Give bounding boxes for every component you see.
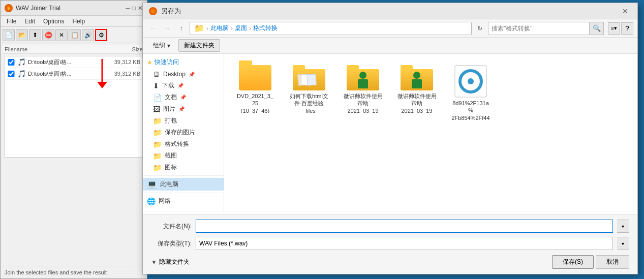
- menu-edit[interactable]: Edit: [20, 17, 39, 26]
- file-checkbox-2[interactable]: [7, 71, 15, 77]
- app-circle-icon: [458, 69, 483, 94]
- new-folder-button[interactable]: 新建文件夹: [178, 39, 220, 52]
- sidebar-item-this-pc[interactable]: 💻 此电脑: [143, 178, 224, 191]
- table-row[interactable]: 🎵 D:\tools\桌面\格... 39,312 KB: [5, 56, 142, 68]
- hide-folders-label: 隐藏文件夹: [159, 258, 190, 266]
- wav-toolbar: 📄 📂 ⬆ ⛔ ✕ 📋 🔊 ⚙: [1, 27, 147, 43]
- wav-title-bar: ♪ WAV Joiner Trial ─ □ ✕: [1, 1, 147, 16]
- toolbar-copy-btn[interactable]: 📋: [69, 29, 81, 41]
- refresh-button[interactable]: ↻: [474, 22, 486, 35]
- status-text: Join the selected files and save the res…: [5, 269, 107, 275]
- toolbar-delete-btn[interactable]: ✕: [55, 29, 68, 41]
- filetype-row: 保存类型(T): WAV Files (*.wav) ▾: [151, 237, 629, 250]
- file-grid: DVD_2021_3_25(10_37_46) 如何下载html文件-百度经验_…: [224, 54, 637, 214]
- file-html-label: 如何下载html文件-百度经验_files: [289, 92, 329, 113]
- dialog-actions: ▼ 隐藏文件夹 保存(S) 取消: [151, 255, 629, 269]
- network-icon: 🌐: [147, 197, 156, 205]
- toolbar-open-btn[interactable]: 📂: [16, 29, 28, 41]
- breadcrumb[interactable]: 📁 › 此电脑 › 桌面 › 格式转换: [190, 22, 472, 35]
- list-item[interactable]: 微讲师软件使用帮助_2021_03_19_11_11_36: [340, 62, 386, 123]
- package-folder-icon: 📁: [153, 117, 162, 125]
- view-mode-button[interactable]: ≡▾: [608, 22, 620, 35]
- sidebar-item-pictures[interactable]: 🖼 图片 📌: [143, 103, 224, 115]
- sidebar-item-icons[interactable]: 📁 图标: [143, 162, 224, 173]
- menu-options[interactable]: Options: [39, 17, 68, 26]
- hide-folders-row: ▼ 隐藏文件夹: [151, 258, 550, 266]
- saved-pictures-icon: 📁: [153, 129, 162, 137]
- save-button[interactable]: 保存(S): [552, 255, 594, 269]
- sidebar-item-downloads[interactable]: ⬇ 下载 📌: [143, 80, 224, 91]
- back-button[interactable]: ←: [147, 22, 159, 35]
- sidebar-item-screenshot[interactable]: 📁 截图: [143, 150, 224, 162]
- desktop-label: Desktop: [163, 71, 186, 78]
- breadcrumb-current[interactable]: 格式转换: [253, 24, 278, 33]
- list-item[interactable]: 微讲师软件使用帮助_2021_03_19_11_12_28: [394, 62, 440, 123]
- dialog-app-icon: [149, 7, 157, 15]
- menu-help[interactable]: Help: [68, 17, 89, 26]
- file-lecture1-label: 微讲师软件使用帮助_2021_03_19_11_11_36: [343, 92, 383, 113]
- sidebar-item-network[interactable]: 🌐 网络: [143, 195, 224, 207]
- status-bar: Join the selected files and save the res…: [1, 266, 147, 278]
- sidebar-item-documents[interactable]: 📄 文档 📌: [143, 91, 224, 103]
- search-input[interactable]: [488, 22, 590, 35]
- up-button[interactable]: ↑: [175, 22, 188, 35]
- list-item[interactable]: 8d91%2F131a%2Fb854%2Ff44ccff447573fb1a1a…: [448, 62, 494, 123]
- sidebar-item-package[interactable]: 📁 打包: [143, 115, 224, 127]
- sidebar-item-desktop[interactable]: 🖥 Desktop 📌: [143, 69, 224, 80]
- dialog-main: ★ 快速访问 🖥 Desktop 📌 ⬇ 下载 📌 📄 文档 📌 🖼 图片: [143, 54, 637, 214]
- file-size-1: 39,312 KB: [100, 59, 140, 65]
- sidebar-item-format-convert[interactable]: 📁 格式转换: [143, 138, 224, 150]
- col-filename: Filename: [5, 46, 102, 52]
- toolbar-join-btn[interactable]: ⚙: [95, 29, 107, 41]
- network-label: 网络: [159, 197, 171, 205]
- list-item[interactable]: 如何下载html文件-百度经验_files: [286, 62, 332, 123]
- format-folder-icon: 📁: [153, 140, 162, 148]
- downloads-label: 下载: [162, 81, 174, 90]
- folder-icon: 📁: [194, 23, 204, 33]
- filetype-select[interactable]: WAV Files (*.wav): [196, 237, 613, 250]
- view-controls: ≡▾ ?: [608, 22, 633, 35]
- filetype-dropdown-btn[interactable]: ▾: [617, 237, 629, 250]
- file-list-container: Filename Size 🎵 D:\tools\桌面\格... 39,312 …: [1, 43, 147, 162]
- filetype-label: 保存类型(T):: [151, 239, 192, 248]
- dialog-help-button[interactable]: ?: [621, 22, 633, 35]
- filename-input[interactable]: [196, 220, 613, 233]
- list-item[interactable]: DVD_2021_3_25(10_37_46): [232, 62, 278, 123]
- filename-row: 文件名(N): ▾: [151, 220, 629, 233]
- search-button[interactable]: 🔍: [590, 22, 604, 35]
- toolbar-new-btn[interactable]: 📄: [3, 29, 15, 41]
- toolbar-up-btn[interactable]: ⬆: [29, 29, 41, 41]
- col-size: Size: [102, 46, 143, 52]
- organize-button[interactable]: 组织 ▾: [149, 40, 174, 51]
- this-pc-label: 此电脑: [160, 180, 178, 189]
- wav-minimize-btn[interactable]: ─: [126, 5, 130, 12]
- dialog-title-bar: 另存为 ✕: [143, 3, 637, 19]
- file-app-label: 8d91%2F131a%2Fb854%2Ff44ccff447573fb1a1a…: [451, 100, 490, 120]
- wav-maximize-btn[interactable]: □: [132, 5, 136, 12]
- forward-button[interactable]: →: [161, 22, 173, 35]
- dialog-close-button[interactable]: ✕: [619, 5, 631, 17]
- toolbar-sound-btn[interactable]: 🔊: [82, 29, 94, 41]
- cancel-button[interactable]: 取消: [596, 255, 629, 269]
- file-checkbox-1[interactable]: [7, 59, 15, 66]
- wav-menu-bar: File Edit Options Help: [1, 16, 147, 27]
- file-list-header: Filename Size: [3, 45, 145, 54]
- desktop-icon: 🖥: [153, 70, 160, 78]
- file-grid-items: DVD_2021_3_25(10_37_46) 如何下载html文件-百度经验_…: [232, 62, 629, 123]
- breadcrumb-pc[interactable]: 此电脑: [210, 24, 229, 33]
- pin-icon-3: 📌: [180, 95, 186, 100]
- quick-access-header[interactable]: ★ 快速访问: [143, 56, 224, 69]
- nav-divider-2: [143, 193, 224, 193]
- menu-file[interactable]: File: [3, 17, 20, 26]
- documents-label: 文档: [165, 93, 177, 102]
- star-icon: ★: [147, 59, 152, 66]
- hide-arrow-icon: ▼: [151, 259, 157, 266]
- table-row[interactable]: 🎵 D:\tools\桌面\格... 39,312 KB: [5, 68, 142, 80]
- screenshot-label: 截图: [165, 151, 177, 160]
- dialog-bottom: 文件名(N): ▾ 保存类型(T): WAV Files (*.wav) ▾ ▼…: [143, 214, 637, 274]
- filename-dropdown-btn[interactable]: ▾: [617, 220, 629, 233]
- wav-title: WAV Joiner Trial: [16, 5, 124, 12]
- toolbar-stop-btn[interactable]: ⛔: [42, 29, 54, 41]
- breadcrumb-desktop[interactable]: 桌面: [235, 24, 247, 33]
- sidebar-item-saved-pictures[interactable]: 📁 保存的图片: [143, 127, 224, 138]
